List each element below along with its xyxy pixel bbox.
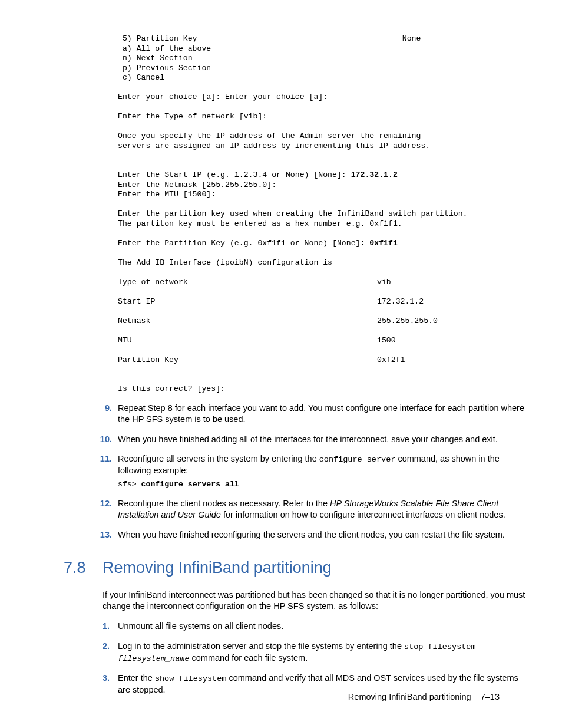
inline-command: show filesystem [155, 674, 227, 683]
inline-command: configure server [319, 455, 396, 464]
step-number: 12. [94, 498, 112, 510]
section-heading: 7.8 Removing InfiniBand partitioning [64, 557, 527, 578]
step-text: Repeat Step 8 for each interface you wan… [118, 403, 524, 424]
step-text: Reconfigure the client nodes as necessar… [118, 499, 505, 520]
substep-list: 1. Unmount all file systems on all clien… [64, 621, 527, 696]
step-9: 9. Repeat Step 8 for each interface you … [64, 403, 527, 426]
step-text: When you have finished adding all of the… [118, 434, 498, 444]
step-list-continued: 9. Repeat Step 8 for each interface you … [64, 403, 527, 541]
substep-1: 1. Unmount all file systems on all clien… [64, 621, 527, 633]
step-13: 13. When you have finished reconfiguring… [64, 529, 527, 541]
terminal-output: 5) Partition Key None a) All of the abov… [118, 34, 527, 394]
step-text: Unmount all file systems on all client n… [118, 621, 283, 631]
step-number: 13. [94, 529, 112, 541]
step-text: When you have finished reconfiguring the… [118, 530, 505, 539]
step-number: 11. [94, 453, 112, 465]
step-number: 1. [103, 621, 110, 633]
footer-section-title: Removing InfiniBand partitioning [348, 692, 471, 701]
section-title: Removing InfiniBand partitioning [103, 557, 332, 578]
step-number: 3. [103, 673, 110, 684]
step-10: 10. When you have finished adding all of… [64, 434, 527, 446]
step-text: Log in to the administration server and … [118, 641, 476, 663]
substep-2: 2. Log in to the administration server a… [64, 641, 527, 664]
inline-command: stop filesystem [404, 643, 476, 651]
step-number: 10. [94, 434, 112, 446]
command-example: sfs> configure servers all [118, 479, 527, 490]
footer-page-number: 7–13 [481, 692, 500, 701]
step-12: 12. Reconfigure the client nodes as nece… [64, 498, 527, 521]
step-number: 2. [103, 641, 110, 653]
section-number: 7.8 [64, 557, 98, 578]
step-number: 9. [94, 403, 112, 414]
command-param: filesystem_name [118, 654, 190, 663]
page-footer: Removing InfiniBand partitioning 7–13 [348, 691, 500, 703]
step-11: 11. Reconfigure all servers in the syste… [64, 453, 527, 490]
section-intro: If your InfiniBand interconnect was part… [103, 589, 527, 612]
step-text: Reconfigure all servers in the system by… [118, 454, 500, 475]
